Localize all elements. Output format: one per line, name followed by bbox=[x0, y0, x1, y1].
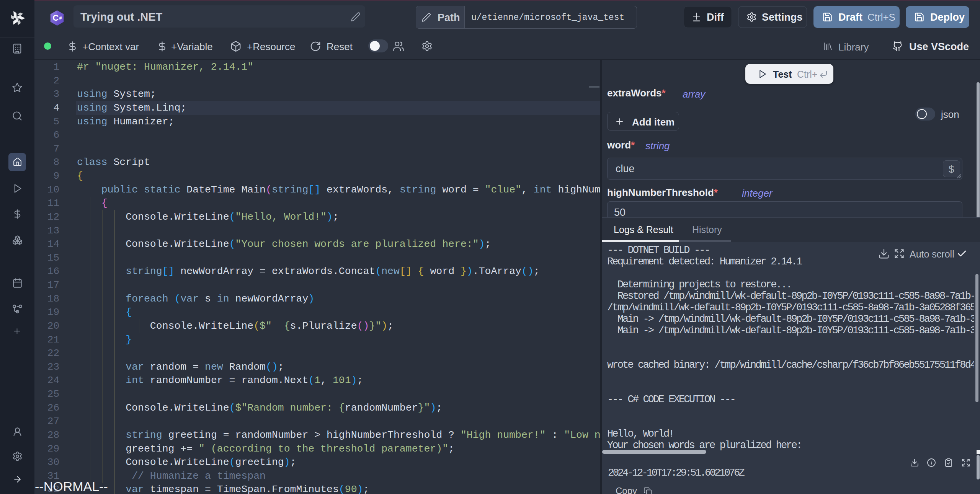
svg-text:C: C bbox=[53, 13, 59, 23]
svg-text:#: # bbox=[59, 15, 62, 20]
